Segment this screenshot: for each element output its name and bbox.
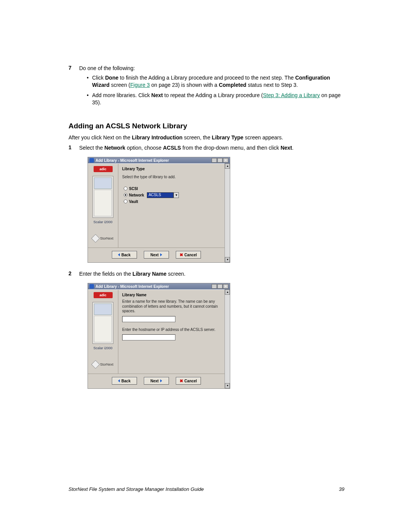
radio-label: Network — [129, 193, 144, 197]
chevron-down-icon[interactable]: ▼ — [174, 192, 179, 198]
acsls-host-input[interactable] — [122, 334, 175, 340]
stornext-icon — [91, 360, 100, 369]
adic-logo: adic — [94, 292, 113, 298]
dialog-titlebar: Add Library - Microsoft Internet Explore… — [88, 157, 230, 163]
bold: Network — [104, 145, 125, 151]
t: . — [292, 145, 294, 151]
back-button[interactable]: Back — [112, 377, 137, 385]
t: screen. — [167, 271, 186, 277]
dialog-title: Add Library - Microsoft Internet Explore… — [96, 284, 169, 289]
window-buttons: _ □ × — [212, 284, 228, 289]
radio-label: SCSI — [129, 187, 138, 191]
arrow-right-icon — [160, 253, 162, 256]
page-number: 39 — [339, 486, 344, 492]
step-1: 1 Select the Network option, choose ACSL… — [68, 144, 344, 152]
scroll-down-icon[interactable]: ▾ — [225, 383, 230, 388]
t: StorNext — [100, 236, 113, 240]
instr-host: Enter the hostname or IP address of the … — [122, 328, 221, 332]
bullet-dot: • — [87, 92, 92, 106]
scroll-down-icon[interactable]: ▾ — [225, 257, 230, 262]
next-button[interactable]: Next — [144, 251, 169, 259]
dialog-content: Library Name Enter a name for the new li… — [118, 290, 225, 374]
dialog-sidebar: adic Scalar i2000 StorNext — [88, 290, 118, 374]
step-body: Select the Network option, choose ACSLS … — [79, 144, 344, 152]
t: Select the — [79, 145, 104, 151]
arrow-left-icon — [118, 379, 120, 382]
step7-intro: Do one of the following: — [79, 65, 135, 71]
minimize-button[interactable]: _ — [212, 284, 217, 289]
stornext-label: StorNext — [92, 235, 113, 241]
next-button[interactable]: Next — [144, 377, 169, 385]
radio-network[interactable]: Network ACSLS ▼ — [124, 192, 221, 198]
scrollbar[interactable]: ▴ ▾ — [225, 289, 230, 388]
radio-icon — [124, 187, 127, 190]
t: Enter the fields on the — [79, 271, 132, 277]
t: StorNext — [100, 363, 113, 366]
bullet-list: • Click Done to finish the Adding a Libr… — [87, 74, 344, 106]
close-icon: ✖ — [180, 252, 183, 257]
cabinet-icon — [92, 302, 113, 344]
bold: Library Name — [132, 271, 166, 277]
dialog-content: Library Type Select the type of library … — [118, 164, 225, 248]
step-link[interactable]: Step 3: Adding a Library — [263, 92, 320, 98]
t: from the drop-down menu, and then click — [181, 145, 280, 151]
library-name-input[interactable] — [122, 316, 175, 322]
ie-icon — [89, 284, 94, 289]
cancel-button[interactable]: ✖Cancel — [176, 251, 201, 259]
radio-vault[interactable]: Vault — [124, 200, 221, 204]
step-number: 2 — [68, 270, 79, 278]
scrollbar[interactable]: ▴ ▾ — [225, 163, 230, 262]
step-number: 1 — [68, 144, 79, 152]
dialog-library-type: Add Library - Microsoft Internet Explore… — [88, 157, 230, 263]
t: to finish the Adding a Library procedure… — [118, 75, 295, 81]
footer-title: StorNext File System and Storage Manager… — [68, 486, 204, 492]
close-button[interactable]: × — [223, 284, 228, 289]
stornext-label: StorNext — [92, 361, 113, 367]
network-combo[interactable]: ACSLS ▼ — [147, 192, 174, 198]
step-body: Enter the fields on the Library Name scr… — [79, 270, 344, 278]
t: option, choose — [125, 145, 163, 151]
scroll-up-icon[interactable]: ▴ — [225, 163, 230, 169]
bold: Completed — [219, 82, 246, 88]
btn-label: Next — [150, 253, 159, 257]
close-button[interactable]: × — [223, 158, 228, 163]
cabinet-icon — [92, 176, 113, 218]
btn-label: Cancel — [185, 253, 197, 257]
minimize-button[interactable]: _ — [212, 158, 217, 163]
radio-scsi[interactable]: SCSI — [124, 187, 221, 191]
arrow-right-icon — [160, 379, 162, 382]
scalar-label: Scalar i2000 — [93, 220, 112, 224]
scalar-label: Scalar i2000 — [93, 346, 112, 350]
window-buttons: _ □ × — [212, 158, 228, 163]
bold: Library Introduction — [132, 134, 183, 141]
dialog-title: Add Library - Microsoft Internet Explore… — [96, 158, 169, 163]
radio-icon — [124, 200, 127, 203]
dialog-sidebar: adic Scalar i2000 StorNext — [88, 164, 118, 248]
t: screen, the — [183, 134, 212, 141]
dialog-buttons: Back Next ✖Cancel — [88, 248, 225, 262]
step-2: 2 Enter the fields on the Library Name s… — [68, 270, 344, 278]
btn-label: Cancel — [185, 379, 197, 383]
bullet-item: • Add more libraries. Click Next to repe… — [87, 92, 344, 106]
dialog-library-name: Add Library - Microsoft Internet Explore… — [88, 283, 230, 389]
section-heading: Adding an ACSLS Network Library — [68, 122, 344, 130]
scroll-up-icon[interactable]: ▴ — [225, 289, 230, 295]
back-button[interactable]: Back — [112, 251, 137, 259]
figure-link[interactable]: Figure 3 — [130, 82, 150, 88]
bold: Next — [280, 145, 292, 151]
bold: Next — [151, 92, 163, 98]
close-icon: ✖ — [180, 379, 183, 383]
bullet-dot: • — [87, 74, 92, 89]
step-7: 7 Do one of the following: • Click Done … — [68, 65, 344, 111]
maximize-button[interactable]: □ — [217, 284, 223, 289]
radio-icon — [124, 193, 127, 197]
intro-paragraph: After you click Next on the Library Intr… — [68, 134, 344, 141]
bold: Library Type — [212, 134, 244, 141]
bullet-item: • Click Done to finish the Adding a Libr… — [87, 74, 344, 89]
radio-label: Vault — [129, 200, 138, 204]
cancel-button[interactable]: ✖Cancel — [176, 377, 201, 385]
bullet-text: Click Done to finish the Adding a Librar… — [92, 74, 344, 89]
maximize-button[interactable]: □ — [217, 158, 223, 163]
bullet-text: Add more libraries. Click Next to repeat… — [92, 92, 344, 106]
content-instruction: Select the type of library to add. — [122, 175, 221, 180]
